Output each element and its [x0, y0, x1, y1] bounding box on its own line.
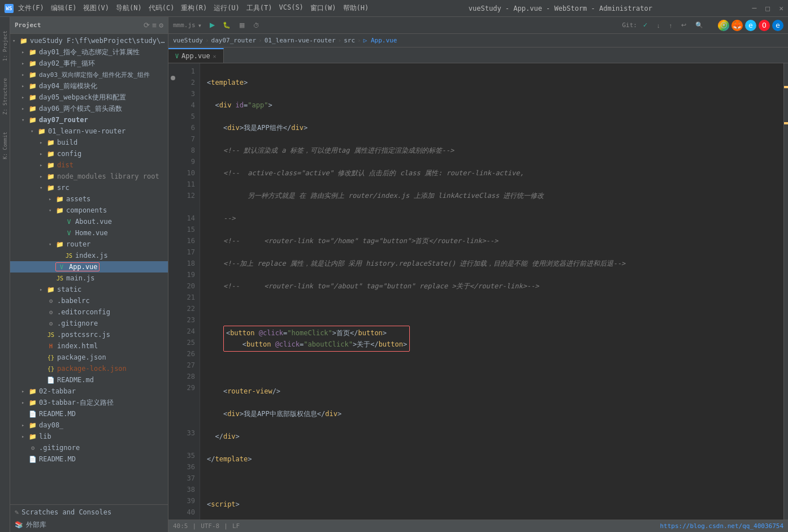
run-buttons[interactable]: ▶ 🐛 ▦ ⏱	[206, 19, 263, 32]
tree-item-day06[interactable]: ▸ 📁 day06_两个模式_箭头函数	[10, 103, 168, 114]
git-push[interactable]: ↑	[666, 19, 676, 32]
window-title: vueStudy - App.vue - WebStorm - Administ…	[369, 5, 752, 12]
tree-item-tabbar2[interactable]: ▸ 📁 03-tabbar-自定义路径	[10, 397, 168, 408]
search-toolbar-button[interactable]: 🔍	[692, 19, 707, 32]
tree-item-assets[interactable]: ▸ 📁 assets	[10, 193, 168, 205]
breadcrumb-vuestudy[interactable]: vueStudy	[173, 37, 203, 44]
profile-button[interactable]: ⏱	[250, 19, 263, 32]
menu-code[interactable]: 代码(C)	[149, 3, 175, 13]
tree-item-readme3[interactable]: 📄 README.MD	[10, 453, 168, 465]
scratches-label: Scratches and Consoles	[21, 508, 111, 516]
tree-item-editorconfig[interactable]: ⚙ .editorconfig	[10, 306, 168, 318]
gear-icon[interactable]: ⚙	[159, 21, 163, 29]
menu-edit[interactable]: 编辑(E)	[51, 3, 77, 13]
chrome-icon[interactable]: ⦿	[718, 20, 729, 31]
ie-icon[interactable]: e	[745, 20, 756, 31]
edge-icon[interactable]: e	[772, 20, 783, 31]
tree-item-static[interactable]: ▸ 📁 static	[10, 284, 168, 295]
tree-item-readme-md[interactable]: 📄 README.MD	[10, 408, 168, 419]
tree-item-vueStudy[interactable]: ▾ 📁 vueStudy F:\ff\webProject\study\vue	[10, 35, 168, 46]
status-bar: 40:5 | UTF-8 | LF https://blog.csdn.net/…	[168, 520, 788, 532]
tree-item-day01[interactable]: ▸ 📁 day01_指令_动态绑定_计算属性	[10, 46, 168, 58]
tab-app-vue[interactable]: V App.vue ✕	[168, 48, 224, 63]
tree-item-home-vue[interactable]: ▸ V Home.vue	[10, 227, 168, 239]
breadcrumb-day07[interactable]: day07_router	[211, 37, 256, 44]
menu-vcs[interactable]: VCS(S)	[279, 3, 304, 13]
tree-item-router-folder[interactable]: ▾ 📁 router	[10, 239, 168, 250]
scratches-item[interactable]: ✎ Scratches and Consoles	[10, 506, 168, 518]
tree-item-gitignore2[interactable]: ⚙ .gitignore	[10, 442, 168, 453]
breadcrumb-learn[interactable]: 01_learn-vue-router	[265, 37, 336, 44]
minimize-button[interactable]: ─	[752, 4, 757, 12]
tree-item-babelrc[interactable]: ⚙ .babelrc	[10, 295, 168, 306]
code-content[interactable]: <template> <div id="app"> <div>我是APP组件</…	[200, 63, 783, 520]
tree-item-lib[interactable]: ▸ 📁 lib	[10, 431, 168, 442]
tree-item-index-js[interactable]: ▸ JS index.js	[10, 250, 168, 261]
external-libraries-icon: 📚	[15, 521, 23, 529]
firefox-icon[interactable]: 🦊	[731, 20, 743, 31]
tree-item-readme[interactable]: 📄 README.md	[10, 374, 168, 386]
line-numbers: 12345 678910 1112 1415 1617181920 212223…	[177, 63, 200, 520]
project-tree[interactable]: ▾ 📁 vueStudy F:\ff\webProject\study\vue …	[10, 34, 168, 504]
tree-item-day02[interactable]: ▸ 📁 day02_事件_循环	[10, 58, 168, 69]
debug-button[interactable]: 🐛	[219, 19, 234, 32]
tree-item-day05[interactable]: ▸ 📁 day05_webpack使用和配置	[10, 92, 168, 103]
collapse-icon[interactable]: ≡	[152, 21, 157, 29]
run-button[interactable]: ▶	[206, 19, 218, 32]
breadcrumb-sep3: ›	[338, 37, 342, 44]
close-button[interactable]: ✕	[779, 4, 783, 12]
external-libraries-item[interactable]: 📚 外部库	[10, 518, 168, 531]
tree-item-build[interactable]: ▸ 📁 build	[10, 137, 168, 148]
menu-bar[interactable]: 文件(F) 编辑(E) 视图(V) 导航(N) 代码(C) 重构(R) 运行(U…	[18, 3, 369, 13]
tree-item-day04[interactable]: ▸ 📁 day04_前端模块化	[10, 80, 168, 92]
tree-item-node-modules[interactable]: ▸ 📁 node_modules library root	[10, 171, 168, 182]
tree-item-tabbar[interactable]: ▸ 📁 02-tabbar	[10, 386, 168, 397]
menu-help[interactable]: 帮助(H)	[343, 3, 369, 13]
sidebar-icons: 1: Project Z: Structure K: Commit	[0, 17, 10, 532]
structure-tab[interactable]: Z: Structure	[2, 78, 8, 115]
tree-item-src[interactable]: ▾ 📁 src	[10, 182, 168, 193]
undo-button[interactable]: ↩	[678, 19, 690, 32]
menu-file[interactable]: 文件(F)	[18, 3, 44, 13]
menu-tools[interactable]: 工具(T)	[246, 3, 272, 13]
tree-item-package-json[interactable]: {} package.json	[10, 352, 168, 363]
project-tab[interactable]: 1: Project	[2, 31, 8, 61]
tree-item-learn-vue-router[interactable]: ▾ 📁 01_learn-vue-router	[10, 126, 168, 137]
menu-nav[interactable]: 导航(N)	[116, 3, 142, 13]
tree-item-main-js[interactable]: ▸ JS main.js	[10, 273, 168, 284]
tree-item-package-lock-json[interactable]: {} package-lock.json	[10, 363, 168, 374]
tree-item-components[interactable]: ▾ 📁 components	[10, 205, 168, 216]
status-right[interactable]: https://blog.csdn.net/qq_40036754	[660, 522, 783, 530]
tree-item-about-vue[interactable]: ▸ V About.vue	[10, 216, 168, 227]
breadcrumb-src[interactable]: src	[344, 37, 355, 44]
status-separator2: |	[224, 522, 228, 530]
tree-item-day07[interactable]: ▾ 📁 day07_router	[10, 114, 168, 126]
run-config-dropdown-icon[interactable]: ▾	[198, 21, 202, 29]
sync-icon[interactable]: ⟳	[144, 21, 150, 29]
tree-item-app-vue[interactable]: ▸ V App.vue	[10, 261, 168, 273]
right-gutter[interactable]	[783, 63, 788, 520]
tree-item-dist[interactable]: ▸ 📁 dist	[10, 159, 168, 171]
tree-item-index-html[interactable]: H index.html	[10, 340, 168, 352]
tree-item-postcssrc[interactable]: JS .postcssrc.js	[10, 329, 168, 340]
menu-view[interactable]: 视图(V)	[83, 3, 109, 13]
scratches-icon: ✎	[15, 508, 19, 516]
tree-item-day08[interactable]: ▸ 📁 day08_	[10, 419, 168, 431]
maximize-button[interactable]: □	[765, 4, 770, 12]
tree-item-gitignore[interactable]: ⚙ .gitignore	[10, 318, 168, 329]
window-controls[interactable]: ─ □ ✕	[752, 4, 783, 12]
coverage-button[interactable]: ▦	[236, 19, 248, 32]
tab-close-icon[interactable]: ✕	[213, 53, 217, 59]
menu-window[interactable]: 窗口(W)	[310, 3, 336, 13]
git-update[interactable]: ↓	[653, 19, 664, 32]
menu-refactor[interactable]: 重构(R)	[181, 3, 207, 13]
menu-run[interactable]: 运行(U)	[214, 3, 240, 13]
commit-tab[interactable]: K: Commit	[2, 132, 8, 159]
opera-icon[interactable]: O	[759, 20, 770, 31]
tree-item-day03[interactable]: ▸ 📁 day03_双向绑定指令_组件化开发_组件	[10, 69, 168, 80]
browser-icons[interactable]: ⦿ 🦊 e O e	[718, 20, 783, 31]
tree-item-config[interactable]: ▸ 📁 config	[10, 148, 168, 159]
git-checkmark[interactable]: ✓	[639, 19, 651, 32]
project-header-icons[interactable]: ⟳ ≡ ⚙	[144, 21, 163, 29]
breadcrumb-appvue[interactable]: ▷ App.vue	[363, 37, 397, 44]
